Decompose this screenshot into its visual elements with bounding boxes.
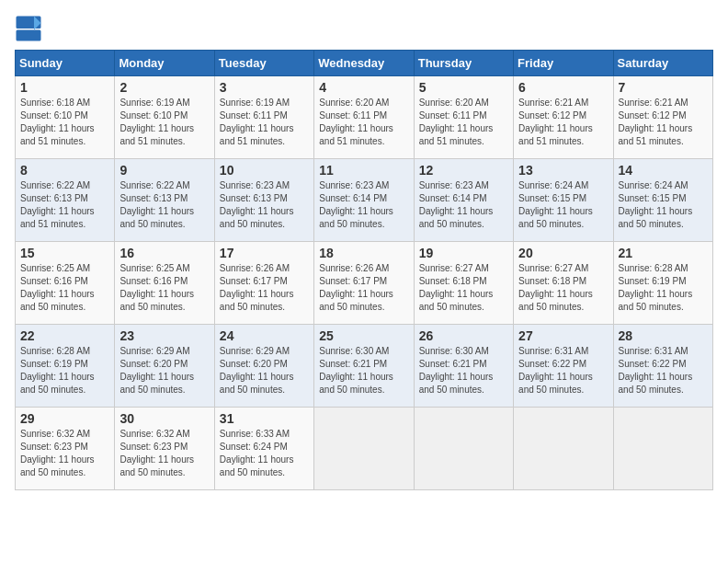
calendar-day-cell: 28Sunrise: 6:31 AMSunset: 6:22 PMDayligh… [613, 325, 712, 408]
calendar-day-cell [314, 408, 414, 490]
day-info: Sunrise: 6:25 AMSunset: 6:16 PMDaylight:… [119, 262, 209, 314]
calendar-day-cell: 27Sunrise: 6:31 AMSunset: 6:22 PMDayligh… [514, 325, 613, 408]
calendar-day-cell: 31Sunrise: 6:33 AMSunset: 6:24 PMDayligh… [214, 408, 313, 490]
day-number: 27 [518, 328, 608, 343]
day-info: Sunrise: 6:26 AMSunset: 6:17 PMDaylight:… [220, 262, 309, 314]
calendar-day-cell: 22Sunrise: 6:28 AMSunset: 6:19 PMDayligh… [16, 325, 115, 408]
calendar-day-cell: 8Sunrise: 6:22 AMSunset: 6:13 PMDaylight… [16, 159, 115, 242]
calendar-week-row: 29Sunrise: 6:32 AMSunset: 6:23 PMDayligh… [16, 408, 713, 490]
day-number: 3 [220, 80, 309, 95]
day-number: 21 [619, 246, 708, 260]
logo-icon [15, 15, 42, 42]
day-info: Sunrise: 6:18 AMSunset: 6:10 PMDaylight:… [20, 97, 109, 148]
calendar-day-cell: 30Sunrise: 6:32 AMSunset: 6:23 PMDayligh… [115, 408, 214, 490]
day-info: Sunrise: 6:20 AMSunset: 6:11 PMDaylight:… [319, 97, 408, 148]
calendar-table: SundayMondayTuesdayWednesdayThursdayFrid… [15, 50, 713, 490]
weekday-header: Tuesday [214, 51, 313, 76]
weekday-header: Monday [115, 51, 214, 76]
calendar-day-cell: 12Sunrise: 6:23 AMSunset: 6:14 PMDayligh… [414, 159, 513, 242]
calendar-day-cell: 7Sunrise: 6:21 AMSunset: 6:12 PMDaylight… [613, 76, 712, 159]
calendar-day-cell: 1Sunrise: 6:18 AMSunset: 6:10 PMDaylight… [16, 76, 115, 159]
day-number: 23 [119, 328, 209, 343]
day-number: 17 [220, 246, 309, 260]
calendar-day-cell: 20Sunrise: 6:27 AMSunset: 6:18 PMDayligh… [514, 242, 613, 325]
calendar-day-cell: 26Sunrise: 6:30 AMSunset: 6:21 PMDayligh… [414, 325, 513, 408]
day-number: 29 [20, 411, 109, 426]
day-info: Sunrise: 6:21 AMSunset: 6:12 PMDaylight:… [619, 97, 708, 148]
day-number: 10 [220, 163, 309, 178]
calendar-day-cell: 11Sunrise: 6:23 AMSunset: 6:14 PMDayligh… [314, 159, 414, 242]
day-info: Sunrise: 6:25 AMSunset: 6:16 PMDaylight:… [20, 262, 109, 314]
calendar-week-row: 1Sunrise: 6:18 AMSunset: 6:10 PMDaylight… [16, 76, 713, 159]
day-info: Sunrise: 6:28 AMSunset: 6:19 PMDaylight:… [619, 262, 708, 314]
calendar-day-cell [613, 408, 712, 490]
svg-rect-2 [17, 30, 41, 41]
day-number: 6 [518, 80, 608, 95]
day-info: Sunrise: 6:23 AMSunset: 6:13 PMDaylight:… [220, 179, 309, 231]
day-number: 4 [319, 80, 408, 95]
day-number: 25 [319, 328, 408, 343]
day-info: Sunrise: 6:21 AMSunset: 6:12 PMDaylight:… [518, 97, 608, 148]
day-number: 15 [20, 246, 109, 260]
logo [15, 15, 46, 42]
calendar-day-cell: 24Sunrise: 6:29 AMSunset: 6:20 PMDayligh… [214, 325, 313, 408]
calendar-day-cell: 21Sunrise: 6:28 AMSunset: 6:19 PMDayligh… [613, 242, 712, 325]
calendar-week-row: 22Sunrise: 6:28 AMSunset: 6:19 PMDayligh… [16, 325, 713, 408]
day-number: 2 [119, 80, 209, 95]
day-info: Sunrise: 6:24 AMSunset: 6:15 PMDaylight:… [518, 179, 608, 231]
calendar-day-cell: 18Sunrise: 6:26 AMSunset: 6:17 PMDayligh… [314, 242, 414, 325]
day-number: 16 [119, 246, 209, 260]
calendar-day-cell: 14Sunrise: 6:24 AMSunset: 6:15 PMDayligh… [613, 159, 712, 242]
calendar-day-cell: 5Sunrise: 6:20 AMSunset: 6:11 PMDaylight… [414, 76, 513, 159]
calendar-day-cell: 3Sunrise: 6:19 AMSunset: 6:11 PMDaylight… [214, 76, 313, 159]
page-header [15, 15, 713, 42]
day-number: 30 [119, 411, 209, 426]
weekday-header: Saturday [613, 51, 712, 76]
day-info: Sunrise: 6:31 AMSunset: 6:22 PMDaylight:… [619, 345, 708, 396]
day-info: Sunrise: 6:28 AMSunset: 6:19 PMDaylight:… [20, 345, 109, 396]
day-info: Sunrise: 6:29 AMSunset: 6:20 PMDaylight:… [220, 345, 309, 396]
day-number: 1 [20, 80, 109, 95]
day-number: 24 [220, 328, 309, 343]
day-info: Sunrise: 6:33 AMSunset: 6:24 PMDaylight:… [220, 428, 309, 479]
calendar-day-cell: 25Sunrise: 6:30 AMSunset: 6:21 PMDayligh… [314, 325, 414, 408]
day-info: Sunrise: 6:24 AMSunset: 6:15 PMDaylight:… [619, 179, 708, 231]
day-number: 28 [619, 328, 708, 343]
calendar-week-row: 15Sunrise: 6:25 AMSunset: 6:16 PMDayligh… [16, 242, 713, 325]
day-number: 19 [419, 246, 508, 260]
day-info: Sunrise: 6:30 AMSunset: 6:21 PMDaylight:… [419, 345, 508, 396]
day-info: Sunrise: 6:19 AMSunset: 6:11 PMDaylight:… [220, 97, 309, 148]
day-number: 26 [419, 328, 508, 343]
calendar-day-cell: 15Sunrise: 6:25 AMSunset: 6:16 PMDayligh… [16, 242, 115, 325]
weekday-header: Thursday [414, 51, 513, 76]
calendar-day-cell: 6Sunrise: 6:21 AMSunset: 6:12 PMDaylight… [514, 76, 613, 159]
calendar-day-cell: 13Sunrise: 6:24 AMSunset: 6:15 PMDayligh… [514, 159, 613, 242]
day-number: 7 [619, 80, 708, 95]
day-info: Sunrise: 6:29 AMSunset: 6:20 PMDaylight:… [119, 345, 209, 396]
day-number: 20 [518, 246, 608, 260]
day-number: 22 [20, 328, 109, 343]
header-row: SundayMondayTuesdayWednesdayThursdayFrid… [16, 51, 713, 76]
day-info: Sunrise: 6:32 AMSunset: 6:23 PMDaylight:… [119, 428, 209, 479]
weekday-header: Sunday [16, 51, 115, 76]
day-number: 12 [419, 163, 508, 178]
calendar-day-cell [514, 408, 613, 490]
day-info: Sunrise: 6:22 AMSunset: 6:13 PMDaylight:… [20, 179, 109, 231]
day-number: 18 [319, 246, 408, 260]
day-info: Sunrise: 6:30 AMSunset: 6:21 PMDaylight:… [319, 345, 408, 396]
calendar-day-cell: 10Sunrise: 6:23 AMSunset: 6:13 PMDayligh… [214, 159, 313, 242]
calendar-day-cell: 23Sunrise: 6:29 AMSunset: 6:20 PMDayligh… [115, 325, 214, 408]
day-info: Sunrise: 6:22 AMSunset: 6:13 PMDaylight:… [119, 179, 209, 231]
calendar-day-cell: 4Sunrise: 6:20 AMSunset: 6:11 PMDaylight… [314, 76, 414, 159]
day-number: 13 [518, 163, 608, 178]
weekday-header: Friday [514, 51, 613, 76]
day-info: Sunrise: 6:27 AMSunset: 6:18 PMDaylight:… [419, 262, 508, 314]
calendar-day-cell: 17Sunrise: 6:26 AMSunset: 6:17 PMDayligh… [214, 242, 313, 325]
calendar-day-cell: 16Sunrise: 6:25 AMSunset: 6:16 PMDayligh… [115, 242, 214, 325]
calendar-day-cell [414, 408, 513, 490]
day-number: 5 [419, 80, 508, 95]
day-number: 9 [119, 163, 209, 178]
day-info: Sunrise: 6:31 AMSunset: 6:22 PMDaylight:… [518, 345, 608, 396]
day-info: Sunrise: 6:23 AMSunset: 6:14 PMDaylight:… [319, 179, 408, 231]
calendar-day-cell: 2Sunrise: 6:19 AMSunset: 6:10 PMDaylight… [115, 76, 214, 159]
